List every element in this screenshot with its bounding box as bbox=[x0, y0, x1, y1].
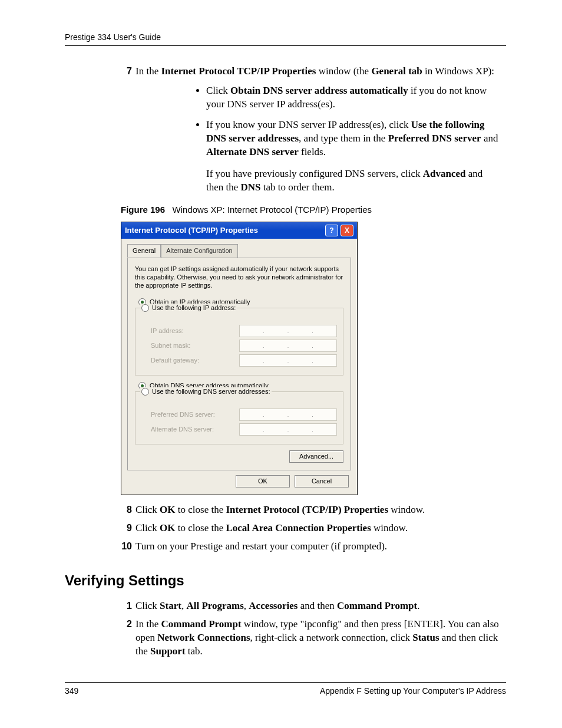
cancel-button[interactable]: Cancel bbox=[295, 475, 349, 487]
step-7-bullets: Click Obtain DNS server address automati… bbox=[206, 84, 506, 195]
pref-dns-input[interactable]: ... bbox=[239, 409, 337, 421]
ok-button[interactable]: OK bbox=[236, 475, 290, 487]
step-number: 1 bbox=[119, 599, 132, 612]
bold: Network Connections bbox=[157, 632, 250, 643]
bold: Command Prompt bbox=[161, 618, 241, 630]
step-10: 10 Turn on your Prestige and restart you… bbox=[65, 540, 506, 554]
dns-fieldset: Use the following DNS server addresses: … bbox=[135, 391, 343, 444]
bold: Local Area Connection Properties bbox=[226, 522, 371, 533]
text: tab to order them. bbox=[261, 182, 335, 193]
text: window. bbox=[388, 504, 425, 515]
text: window (the bbox=[316, 65, 371, 77]
step-9: 9 Click OK to close the Local Area Conne… bbox=[65, 522, 506, 535]
step-number: 9 bbox=[119, 522, 132, 535]
bold: Status bbox=[412, 632, 439, 643]
text: Click bbox=[135, 522, 160, 533]
bold: Support bbox=[150, 645, 186, 657]
text: fields. bbox=[299, 146, 326, 157]
bold: Preferred DNS server bbox=[388, 133, 481, 144]
text: . bbox=[417, 600, 419, 611]
text: If you have previously configured DNS se… bbox=[206, 168, 423, 179]
bold: Internet Protocol TCP/IP Properties bbox=[161, 65, 316, 77]
radio-dns-manual-label: Use the following DNS server addresses: bbox=[152, 387, 270, 396]
subnet-label: Subnet mask: bbox=[141, 341, 239, 350]
step-7: 7 In the Internet Protocol TCP/IP Proper… bbox=[65, 65, 506, 78]
radio-ip-manual[interactable] bbox=[141, 304, 149, 312]
text: and bbox=[481, 133, 498, 144]
text: If you know your DNS server IP address(e… bbox=[206, 119, 411, 130]
bold: Advanced bbox=[423, 168, 466, 179]
bold: DNS bbox=[241, 182, 261, 193]
text: in Windows XP): bbox=[422, 65, 494, 77]
pref-dns-label: Preferred DNS server: bbox=[141, 410, 239, 419]
bold: Accessories bbox=[249, 600, 297, 611]
dialog-intro: You can get IP settings assigned automat… bbox=[135, 265, 343, 290]
step-number: 10 bbox=[119, 540, 132, 553]
step-number: 2 bbox=[119, 618, 132, 631]
ip-fieldset: Use the following IP address: IP address… bbox=[135, 308, 343, 375]
bold: All Programs bbox=[186, 600, 243, 611]
text: Click bbox=[135, 600, 160, 611]
close-icon[interactable]: X bbox=[340, 225, 353, 236]
footer-right: Appendix F Setting up Your Computer's IP… bbox=[320, 686, 506, 696]
radio-dns-manual[interactable] bbox=[141, 388, 149, 396]
tab-alternate-config[interactable]: Alternate Configuration bbox=[161, 244, 238, 258]
ip-address-input[interactable]: ... bbox=[239, 325, 337, 337]
bullet-2: If you know your DNS server IP address(e… bbox=[206, 118, 506, 195]
text: , and type them in the bbox=[299, 133, 388, 144]
page-number: 349 bbox=[65, 686, 78, 696]
figure-text: Windows XP: Internet Protocol (TCP/IP) P… bbox=[173, 205, 372, 215]
step-number: 7 bbox=[119, 65, 132, 78]
bold: Alternate DNS server bbox=[206, 146, 299, 157]
advanced-button[interactable]: Advanced... bbox=[289, 450, 343, 463]
text: and then bbox=[297, 600, 337, 611]
text: , right-click a network connection, clic… bbox=[250, 632, 413, 643]
step-number: 8 bbox=[119, 503, 132, 516]
bullet-1: Click Obtain DNS server address automati… bbox=[206, 84, 506, 111]
gateway-input[interactable]: ... bbox=[239, 354, 337, 367]
alt-dns-input[interactable]: ... bbox=[239, 423, 337, 436]
dialog-titlebar: Internet Protocol (TCP/IP) Properties ? … bbox=[121, 222, 357, 239]
text: In the bbox=[135, 65, 161, 77]
subnet-input[interactable]: ... bbox=[239, 340, 337, 352]
ip-address-label: IP address: bbox=[141, 327, 239, 335]
alt-dns-label: Alternate DNS server: bbox=[141, 425, 239, 434]
radio-ip-manual-label: Use the following IP address: bbox=[152, 304, 236, 312]
text: In the bbox=[135, 618, 161, 630]
bold: Obtain DNS server address automatically bbox=[230, 85, 408, 96]
text: Click bbox=[206, 85, 230, 96]
help-icon[interactable]: ? bbox=[325, 225, 338, 236]
bold: Command Prompt bbox=[337, 600, 417, 611]
text: Click bbox=[135, 504, 160, 515]
verify-step-1: 1 Click Start, All Programs, Accessories… bbox=[65, 599, 506, 613]
bold: OK bbox=[160, 522, 175, 533]
step-8: 8 Click OK to close the Internet Protoco… bbox=[65, 503, 506, 517]
tcpip-dialog: Internet Protocol (TCP/IP) Properties ? … bbox=[121, 222, 358, 495]
text: to close the bbox=[176, 522, 226, 533]
section-heading-verifying: Verifying Settings bbox=[65, 571, 506, 590]
gateway-label: Default gateway: bbox=[141, 356, 239, 365]
text: to close the bbox=[176, 504, 226, 515]
main-content: 7 In the Internet Protocol TCP/IP Proper… bbox=[65, 65, 506, 658]
bold: OK bbox=[160, 504, 175, 515]
bold: General tab bbox=[371, 65, 422, 77]
running-header: Prestige 334 User's Guide bbox=[65, 32, 506, 46]
verify-step-2: 2 In the Command Prompt window, type "ip… bbox=[65, 618, 506, 658]
page-footer: 349 Appendix F Setting up Your Computer'… bbox=[65, 682, 506, 696]
figure-caption: Figure 196 Windows XP: Internet Protocol… bbox=[121, 204, 506, 216]
text: window. bbox=[371, 522, 408, 533]
text: tab. bbox=[186, 645, 203, 657]
figure-label: Figure 196 bbox=[121, 205, 165, 215]
tab-general[interactable]: General bbox=[127, 244, 161, 258]
tabs: General Alternate Configuration bbox=[127, 244, 351, 258]
dialog-title: Internet Protocol (TCP/IP) Properties bbox=[125, 225, 258, 236]
bold: Start bbox=[160, 600, 181, 611]
text: Turn on your Prestige and restart your c… bbox=[135, 540, 506, 554]
bold: Internet Protocol (TCP/IP) Properties bbox=[226, 504, 388, 515]
